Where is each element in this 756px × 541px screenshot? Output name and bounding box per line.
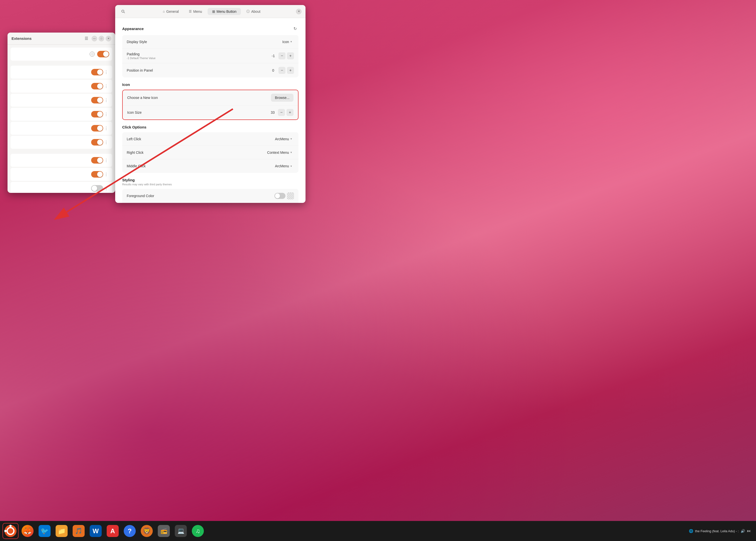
extension-menu-3[interactable]: ⋮ (103, 83, 109, 90)
appearance-title: Appearance (122, 27, 144, 31)
position-decrement-button[interactable]: − (278, 67, 285, 74)
taskbar-app-ubuntu[interactable] (3, 523, 19, 539)
menu-button-icon: ▦ (212, 10, 215, 13)
brave-icon: 🦁 (141, 525, 153, 537)
tab-about[interactable]: ⓘ About (242, 8, 265, 15)
taskbar-app-rhythmbox[interactable]: 🎵 (71, 523, 87, 539)
extension-toggle-4[interactable] (91, 97, 103, 104)
taskbar-app-help[interactable]: ? (122, 523, 138, 539)
volume-icon[interactable]: 🔊 (741, 529, 745, 533)
icon-size-row: Icon Size 33 − + (123, 106, 298, 120)
styling-sublabel: Results may vary with third party themes (122, 183, 172, 186)
extensions-window: Extensions ☰ — □ ✕ ⓘ ⋮ ⋮ ⋮ ⋮ (8, 33, 115, 193)
left-click-chevron: ▾ (290, 137, 292, 141)
app9-icon: 📻 (158, 525, 170, 537)
extension-menu-4[interactable]: ⋮ (103, 97, 109, 104)
icon-size-increment-button[interactable]: + (286, 109, 293, 116)
extension-toggle-1[interactable] (97, 51, 109, 57)
extension-row-4: ⋮ (11, 94, 112, 107)
click-options-section-header: Click Options (122, 125, 298, 129)
left-click-dropdown[interactable]: ArcMenu ▾ (273, 136, 294, 142)
icon-section-header: Icon (122, 82, 298, 87)
extension-menu-6[interactable]: ⋮ (103, 125, 109, 132)
svg-line-1 (124, 12, 125, 13)
maximize-button[interactable]: □ (99, 36, 104, 41)
styling-section-header: Styling Results may vary with third part… (122, 178, 298, 186)
foreground-color-swatch[interactable] (287, 192, 294, 199)
extension-toggle-9[interactable] (91, 171, 103, 178)
settings-window: ⌂ General ☰ Menu ▦ Menu Button ⓘ About ✕… (115, 5, 305, 203)
position-in-panel-label: Position in Panel (127, 68, 153, 72)
taskbar-app-thunderbird[interactable]: 🐦 (37, 523, 53, 539)
network-icon: 🌐 (689, 529, 693, 533)
refresh-button[interactable]: ↻ (291, 25, 298, 32)
taskbar-app-installer[interactable]: A (105, 523, 121, 539)
extension-toggle-7[interactable] (91, 139, 103, 146)
padding-value: -1 (269, 54, 277, 58)
tab-menu-button[interactable]: ▦ Menu Button (207, 8, 241, 15)
choose-new-icon-row: Choose a New Icon Browse... (123, 90, 298, 106)
padding-increment-button[interactable]: + (287, 52, 294, 59)
display-style-control: Icon ▾ (280, 39, 294, 45)
menu-icon: ☰ (189, 10, 192, 13)
foreground-color-control (274, 192, 294, 199)
extension-menu-10[interactable]: ⋮ (103, 185, 109, 192)
skip-icon[interactable]: ⏭ (747, 529, 751, 533)
icon-size-control: 33 − + (269, 109, 293, 116)
tab-menu[interactable]: ☰ Menu (184, 8, 206, 15)
display-style-label: Display Style (127, 40, 147, 44)
extension-menu-5[interactable]: ⋮ (103, 111, 109, 118)
extension-menu-7[interactable]: ⋮ (103, 139, 109, 146)
padding-decrement-button[interactable]: − (278, 52, 285, 59)
taskbar-app-9[interactable]: 📻 (156, 523, 172, 539)
hamburger-menu-icon[interactable]: ☰ (85, 36, 88, 41)
extension-info-icon[interactable]: ⓘ (90, 52, 95, 57)
extension-toggle-8[interactable] (91, 157, 103, 164)
extension-menu-2[interactable]: ⋮ (103, 69, 109, 76)
extension-toggle-5[interactable] (91, 111, 103, 118)
browse-button[interactable]: Browse... (271, 94, 293, 102)
extension-menu-8[interactable]: ⋮ (103, 157, 109, 164)
search-button[interactable] (119, 8, 127, 16)
display-style-row: Display Style Icon ▾ (122, 35, 298, 49)
extension-menu-9[interactable]: ⋮ (103, 171, 109, 178)
taskbar-status-area: 🌐 the Feeling (feat. Leila Adu) - : 🔊 ⏭ (689, 529, 753, 533)
taskbar-app-writer[interactable]: W (88, 523, 104, 539)
taskbar-app-brave[interactable]: 🦁 (139, 523, 155, 539)
close-button[interactable]: ✕ (106, 36, 111, 41)
position-increment-button[interactable]: + (287, 67, 294, 74)
writer-icon: W (90, 525, 102, 537)
extension-toggle-6[interactable] (91, 125, 103, 132)
position-in-panel-row: Position in Panel 0 − + (122, 63, 298, 77)
extension-toggle-2[interactable] (91, 69, 103, 75)
about-icon: ⓘ (246, 9, 250, 14)
extensions-titlebar: Extensions ☰ — □ ✕ (8, 33, 115, 45)
taskbar-app-10[interactable]: 💻 (173, 523, 189, 539)
right-click-dropdown[interactable]: Context Menu ▾ (265, 150, 294, 156)
minimize-button[interactable]: — (92, 36, 97, 41)
extension-toggle-10[interactable] (91, 185, 103, 192)
settings-close-button[interactable]: ✕ (296, 9, 301, 14)
taskbar-app-firefox[interactable]: 🦊 (20, 523, 36, 539)
extension-toggle-3[interactable] (91, 83, 103, 89)
padding-row: Padding -1 Default Theme Value -1 − + (122, 49, 298, 63)
middle-click-dropdown[interactable]: ArcMenu ▾ (273, 163, 294, 169)
settings-titlebar: ⌂ General ☰ Menu ▦ Menu Button ⓘ About ✕ (115, 5, 305, 18)
extension-row-9: ⋮ (11, 168, 112, 181)
files-icon: 📁 (56, 525, 68, 537)
thunderbird-icon: 🐦 (39, 525, 51, 537)
app-installer-icon: A (107, 525, 119, 537)
firefox-icon: 🦊 (22, 525, 34, 537)
settings-body: Appearance ↻ Display Style Icon ▾ Paddin… (115, 18, 305, 203)
display-style-dropdown[interactable]: Icon ▾ (280, 39, 294, 45)
taskbar-app-spotify[interactable]: ♫ (190, 523, 206, 539)
tab-general[interactable]: ⌂ General (158, 8, 183, 15)
extension-row-1: ⓘ (11, 48, 112, 61)
position-control: 0 − + (269, 67, 294, 74)
foreground-color-row: Foreground Color (122, 189, 298, 203)
icon-size-decrement-button[interactable]: − (278, 109, 285, 116)
app10-icon: 💻 (175, 525, 187, 537)
foreground-color-toggle[interactable] (274, 193, 285, 199)
ubuntu-icon (5, 525, 17, 537)
taskbar-app-files[interactable]: 📁 (54, 523, 70, 539)
